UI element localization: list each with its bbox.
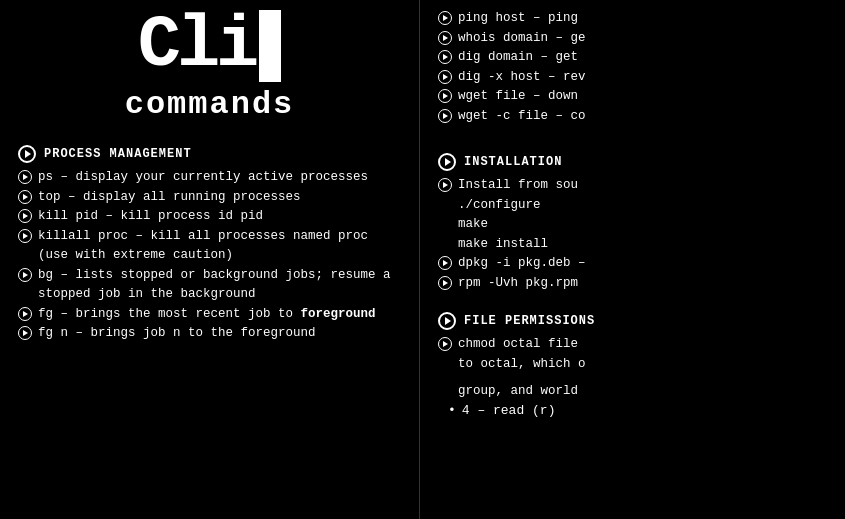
cmd-indent: to octal, which o	[438, 356, 827, 374]
list-item: fg n – brings job n to the foreground	[18, 325, 401, 343]
cmd-icon	[438, 50, 452, 64]
list-item: ps – display your currently active proce…	[18, 169, 401, 187]
cmd-icon	[438, 31, 452, 45]
logo-subtitle: commands	[125, 86, 295, 123]
cmd-icon	[438, 276, 452, 290]
installation-icon	[438, 153, 456, 171]
installation-title: INSTALLATION	[464, 155, 562, 169]
installation-header: INSTALLATION	[438, 153, 827, 171]
cmd-icon	[18, 209, 32, 223]
cmd-text: wget -c file – co	[458, 108, 586, 126]
list-item: wget -c file – co	[438, 108, 827, 126]
logo-cursor	[259, 10, 281, 82]
cmd-icon	[438, 11, 452, 25]
cmd-indent: make	[438, 216, 827, 234]
cmd-icon	[18, 268, 32, 282]
list-item: rpm -Uvh pkg.rpm	[438, 275, 827, 293]
cmd-icon	[438, 256, 452, 270]
list-item: killall proc – kill all processes named …	[18, 228, 401, 246]
cmd-text: killall proc – kill all processes named …	[38, 228, 368, 246]
process-management-header: PROCESS MANAGEMENT	[18, 145, 401, 163]
list-item: whois domain – ge	[438, 30, 827, 48]
cmd-text: dig domain – get	[458, 49, 578, 67]
cmd-icon	[438, 70, 452, 84]
file-permissions-header: FILE PERMISSIONS	[438, 312, 827, 330]
cmd-text: ps – display your currently active proce…	[38, 169, 368, 187]
list-item: chmod octal file	[438, 336, 827, 354]
cmd-text: wget file – down	[458, 88, 578, 106]
logo-area: Cli commands	[18, 10, 401, 123]
top-commands: ping host – ping whois domain – ge dig d…	[438, 10, 827, 125]
list-item: dpkg -i pkg.deb –	[438, 255, 827, 273]
cmd-icon	[438, 178, 452, 192]
cmd-text: chmod octal file	[458, 336, 578, 354]
cmd-text: kill pid – kill process id pid	[38, 208, 263, 226]
cmd-text: top – display all running processes	[38, 189, 301, 207]
bullet-dot: •	[448, 403, 456, 418]
cmd-text: whois domain – ge	[458, 30, 586, 48]
cmd-text: Install from sou	[458, 177, 578, 195]
list-item: kill pid – kill process id pid	[18, 208, 401, 226]
cmd-icon	[438, 337, 452, 351]
list-item: wget file – down	[438, 88, 827, 106]
divider	[438, 294, 827, 308]
file-permissions-icon	[438, 312, 456, 330]
list-item: top – display all running processes	[18, 189, 401, 207]
cmd-text: rpm -Uvh pkg.rpm	[458, 275, 578, 293]
bullet-text: 4 – read (r)	[462, 403, 556, 418]
cmd-text: fg – brings the most recent job to foreg…	[38, 306, 376, 324]
cmd-text: bg – lists stopped or background jobs; r…	[38, 267, 391, 285]
cmd-indent: ./configure	[438, 197, 827, 215]
cmd-icon	[18, 170, 32, 184]
cmd-icon	[438, 89, 452, 103]
list-item: dig -x host – rev	[438, 69, 827, 87]
process-management-icon	[18, 145, 36, 163]
cmd-text: dpkg -i pkg.deb –	[458, 255, 586, 273]
cmd-text: dig -x host – rev	[458, 69, 586, 87]
process-management-title: PROCESS MANAGEMENT	[44, 147, 192, 161]
right-panel: ping host – ping whois domain – ge dig d…	[420, 0, 845, 519]
left-panel: Cli commands PROCESS MANAGEMENT ps – dis…	[0, 0, 420, 519]
cmd-text: fg n – brings job n to the foreground	[38, 325, 316, 343]
cmd-icon	[18, 326, 32, 340]
logo-cli: Cli	[138, 10, 256, 82]
cmd-icon	[18, 190, 32, 204]
list-item: Install from sou	[438, 177, 827, 195]
cmd-indent: make install	[438, 236, 827, 254]
bullet-item: • 4 – read (r)	[438, 403, 827, 418]
list-item: ping host – ping	[438, 10, 827, 28]
file-permissions-title: FILE PERMISSIONS	[464, 314, 595, 328]
cmd-indent: stopped job in the background	[18, 286, 401, 304]
logo-text: Cli	[138, 10, 282, 82]
cmd-text: ping host – ping	[458, 10, 578, 28]
list-item: bg – lists stopped or background jobs; r…	[18, 267, 401, 285]
cmd-icon	[438, 109, 452, 123]
cmd-icon	[18, 229, 32, 243]
divider	[438, 135, 827, 149]
cmd-icon	[18, 307, 32, 321]
cmd-indent: group, and world	[438, 383, 827, 401]
cmd-indent: (use with extreme caution)	[18, 247, 401, 265]
list-item: fg – brings the most recent job to foreg…	[18, 306, 401, 324]
list-item: dig domain – get	[438, 49, 827, 67]
